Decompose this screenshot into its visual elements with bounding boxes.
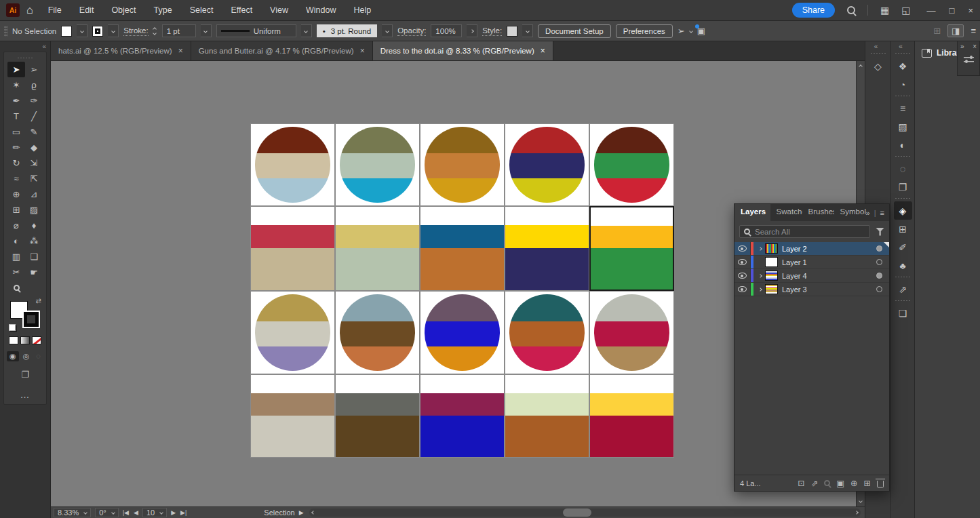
tool-lasso[interactable]: ϱ [25,77,43,93]
tab-layers[interactable]: Layers [734,204,770,221]
toolbar-grip[interactable] [17,57,33,60]
brush-dropdown[interactable] [382,24,393,37]
tab-swatches[interactable]: Swatches [770,204,802,221]
dock-collapse-icon[interactable]: « [891,41,914,50]
next-artboard-icon[interactable]: ▶ [171,509,176,516]
menu-window[interactable]: Window [306,5,336,15]
last-artboard-icon[interactable]: ▶| [180,509,187,516]
tool-rotate[interactable]: ↻ [7,155,25,171]
layer-row-layer-3[interactable]: Layer 3 [734,283,889,296]
tool-pencil[interactable]: ✏ [7,140,25,155]
transparency-icon[interactable]: ◐ [894,136,912,154]
artboard-cell-r4c1[interactable] [250,374,335,458]
new-sublayer-icon[interactable]: ⊕ [850,478,857,488]
tab-guns-and-butter[interactable]: Guns and Butter.ai @ 4.17 % (RGB/Preview… [191,41,373,60]
gradient-button[interactable] [20,336,30,344]
panel-toggle-icon[interactable]: ◨ [947,24,964,37]
draw-inside-icon[interactable]: ◌ [33,351,43,361]
target-circle[interactable] [876,259,882,265]
layer-thumbnail[interactable] [765,257,778,267]
style-label[interactable]: Style: [482,26,502,36]
close-panel-icon[interactable]: × [973,43,977,50]
target-circle[interactable] [876,273,882,279]
menu-help[interactable]: Help [353,5,371,15]
tab-hats[interactable]: hats.ai @ 12.5 % (RGB/Preview)× [51,41,191,60]
artboard-cell-r2c5[interactable] [589,206,674,291]
prev-artboard-icon[interactable]: ◀ [134,509,138,516]
tool-shape-builder[interactable]: ⊕ [7,186,25,202]
tool-scale[interactable]: ⇲ [25,155,43,171]
maximize-button[interactable]: □ [949,5,955,16]
menu-view[interactable]: View [270,5,288,15]
grid-icon[interactable]: ⊞ [933,26,941,36]
stroke-color-swatch[interactable] [22,311,40,328]
expand-chevron-icon[interactable] [756,247,765,250]
artboard-cell-r3c1[interactable] [250,291,335,374]
opacity-submenu[interactable] [467,24,477,37]
brushes-panel-icon[interactable]: ✐ [894,238,912,256]
preferences-button[interactable]: Preferences [616,24,673,38]
menu-type[interactable]: Type [154,5,172,15]
brush-definition-field[interactable]: •3 pt. Round [317,24,378,37]
artboard-cell-r4c2[interactable] [335,374,420,458]
visibility-eye-icon[interactable] [734,256,751,268]
menu-object[interactable]: Object [111,5,136,15]
tool-gradient[interactable]: ▨ [25,202,43,218]
arrange-documents-icon[interactable]: ◱ [901,5,910,16]
collect-for-export-icon[interactable]: ⊡ [798,478,804,488]
scroll-down-icon[interactable] [859,499,863,503]
scroll-right-icon[interactable] [855,511,859,515]
tool-free-transform[interactable]: ⇱ [25,171,43,186]
artboard-cell-r2c2[interactable] [335,206,420,291]
visibility-eye-icon[interactable] [734,269,751,282]
fill-stroke-control[interactable]: ⇄ [10,301,40,328]
visibility-eye-icon[interactable] [734,283,751,296]
artboard-cell-r2c4[interactable] [505,206,589,291]
dock-collapse-icon[interactable]: « [865,41,890,50]
layer-row-layer-1[interactable]: Layer 1 [734,256,889,269]
tool-type[interactable]: T [7,108,25,124]
tab-symbols[interactable]: Symbols [834,204,866,221]
open-in-new-icon[interactable]: ⇗ [811,478,818,488]
tool-blend[interactable]: ◐ [7,233,25,249]
expand-panel-icon[interactable]: » [960,43,964,50]
style-swatch[interactable] [507,26,517,37]
color-button[interactable] [9,336,18,344]
artboard-cell-r3c2[interactable] [335,291,420,374]
new-layer-icon[interactable]: ⊞ [864,478,871,488]
default-fill-stroke-icon[interactable] [9,324,16,331]
visibility-eye-icon[interactable] [734,242,751,255]
target-circle[interactable] [876,245,882,252]
artboard-cell-r2c1[interactable] [250,206,335,291]
fill-swatch-dropdown[interactable] [77,24,87,37]
width-profile-field[interactable]: Uniform [216,24,296,37]
layer-name[interactable]: Layer 3 [782,285,876,294]
cloud-sync-icon[interactable]: ▣ [697,26,705,36]
swap-fill-stroke-icon[interactable]: ⇄ [36,297,41,304]
gradient-panel-icon[interactable]: ▨ [894,117,912,136]
artboard-cell-r4c3[interactable] [420,374,505,458]
edit-toolbar-icon[interactable]: … [20,389,31,400]
artboard-cell-r4c4[interactable] [505,374,589,458]
artboard-cell-r1c1[interactable] [250,123,335,206]
tool-eyedropper[interactable]: ♦ [25,218,43,233]
tool-direct-selection[interactable]: ➢ [25,62,43,77]
tool-pen[interactable]: ✒ [7,93,25,108]
screen-mode-icon[interactable]: ❐ [21,370,29,380]
width-profile-dropdown[interactable] [301,24,312,37]
artboard-cell-r1c3[interactable] [420,123,505,206]
artboard-cell-r3c3[interactable] [420,291,505,374]
artboards-panel-icon[interactable]: ⊞ [894,220,912,238]
color-icon[interactable]: ❖ [894,57,912,75]
tool-zoom[interactable] [7,280,25,296]
delete-icon[interactable] [877,481,884,487]
layer-thumbnail[interactable] [765,284,778,294]
tool-mesh[interactable]: ⊞ [7,202,25,218]
tool-width[interactable]: ≈ [7,171,25,186]
tool-rectangle[interactable]: ▭ [7,124,25,140]
tool-eraser[interactable]: ◆ [25,140,43,155]
layer-thumbnail[interactable] [765,271,778,281]
tab-dress-to-the-dot[interactable]: Dress to the dot.ai @ 8.33 % (RGB/Previe… [373,41,553,60]
status-submenu-icon[interactable]: ▶ [299,509,304,516]
tool-hand[interactable]: ☛ [25,264,43,280]
